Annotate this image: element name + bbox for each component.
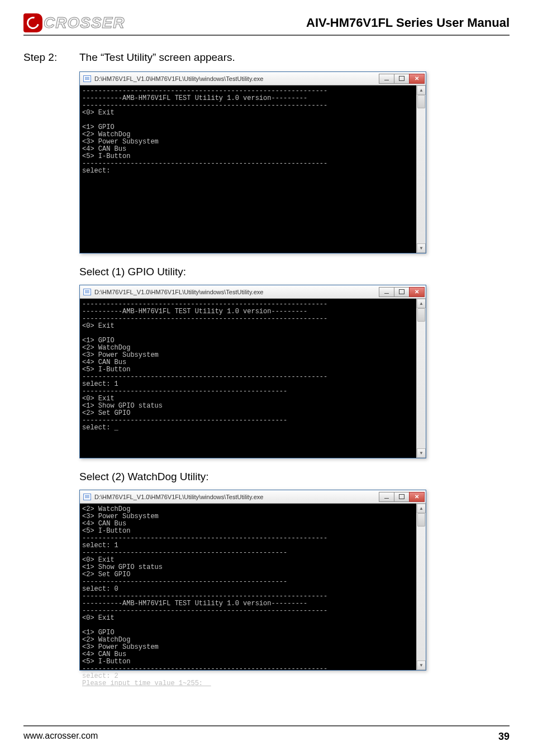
scroll-up-button[interactable]: ▲ <box>417 299 426 308</box>
scroll-up-button[interactable]: ▲ <box>417 85 426 95</box>
caption-gpio: Select (1) GPIO Utility: <box>79 266 510 278</box>
scrollbar[interactable]: ▲ ▼ <box>416 299 426 458</box>
maximize-button[interactable] <box>394 492 410 502</box>
scroll-thumb[interactable] <box>417 95 425 108</box>
logo-text: CROSSER <box>44 14 125 32</box>
scroll-up-button[interactable]: ▲ <box>417 504 426 513</box>
step-row: Step 2: The “Test Utility” screen appear… <box>23 51 510 64</box>
titlebar[interactable]: D:\HM76V1FL_V1.0\HM76V1FL\Utility\window… <box>80 490 426 504</box>
console-output: <2> WatchDog <3> Power Subsystem <4> CAN… <box>80 504 416 670</box>
console-output: ----------------------------------------… <box>80 85 416 253</box>
page-number: 39 <box>498 731 510 743</box>
maximize-button[interactable] <box>394 74 410 84</box>
scrollbar[interactable]: ▲ ▼ <box>416 85 426 253</box>
manual-title: AIV-HM76V1FL Series User Manual <box>306 16 510 30</box>
app-icon <box>83 75 91 82</box>
window-title: D:\HM76V1FL_V1.0\HM76V1FL\Utility\window… <box>94 289 379 295</box>
console-prompt-underline: Please input time value 1~255: _ <box>82 680 211 687</box>
titlebar[interactable]: D:\HM76V1FL_V1.0\HM76V1FL\Utility\window… <box>80 285 426 299</box>
maximize-button[interactable] <box>394 287 410 297</box>
minimize-button[interactable] <box>379 74 394 84</box>
scroll-track[interactable] <box>417 308 426 448</box>
scroll-thumb[interactable] <box>417 308 425 322</box>
window-title: D:\HM76V1FL_V1.0\HM76V1FL\Utility\window… <box>94 494 379 500</box>
titlebar[interactable]: D:\HM76V1FL_V1.0\HM76V1FL\Utility\window… <box>80 72 426 85</box>
app-icon <box>83 494 91 500</box>
close-button[interactable] <box>409 492 425 502</box>
step-label: Step 2: <box>23 51 79 64</box>
page-footer: www.acrosser.com 39 <box>23 725 510 743</box>
console-window-3: D:\HM76V1FL_V1.0\HM76V1FL\Utility\window… <box>79 490 426 671</box>
console-output: ----------------------------------------… <box>80 299 416 458</box>
scroll-down-button[interactable]: ▼ <box>417 448 426 458</box>
scroll-thumb[interactable] <box>417 513 425 527</box>
scrollbar[interactable]: ▲ ▼ <box>416 504 426 670</box>
minimize-button[interactable] <box>379 492 394 502</box>
scroll-down-button[interactable]: ▼ <box>417 243 426 253</box>
minimize-button[interactable] <box>379 287 394 297</box>
app-icon <box>83 289 91 295</box>
close-button[interactable] <box>409 287 425 297</box>
caption-watchdog: Select (2) WatchDog Utility: <box>79 471 510 483</box>
scroll-track[interactable] <box>417 513 426 661</box>
scroll-track[interactable] <box>417 95 426 243</box>
console-window-2: D:\HM76V1FL_V1.0\HM76V1FL\Utility\window… <box>79 285 426 458</box>
logo: CROSSER <box>23 13 125 32</box>
logo-mark-icon <box>23 13 42 32</box>
console-pre: <2> WatchDog <3> Power Subsystem <4> CAN… <box>82 505 327 680</box>
page-header: CROSSER AIV-HM76V1FL Series User Manual <box>23 13 510 36</box>
window-title: D:\HM76V1FL_V1.0\HM76V1FL\Utility\window… <box>94 75 379 82</box>
console-window-1: D:\HM76V1FL_V1.0\HM76V1FL\Utility\window… <box>79 71 426 253</box>
footer-url: www.acrosser.com <box>23 731 98 743</box>
scroll-down-button[interactable]: ▼ <box>417 661 426 670</box>
close-button[interactable] <box>409 74 425 84</box>
step-text: The “Test Utility” screen appears. <box>79 51 235 64</box>
